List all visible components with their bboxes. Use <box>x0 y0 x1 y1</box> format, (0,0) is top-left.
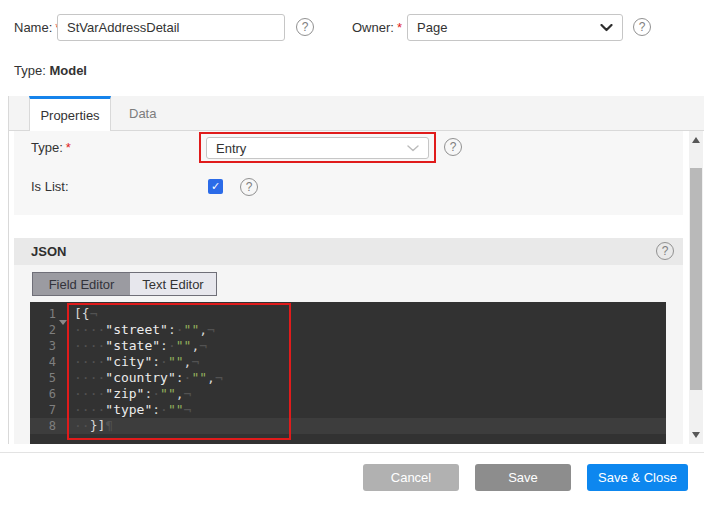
code-text: [{¬ <box>74 306 97 322</box>
name-input[interactable] <box>57 14 285 41</box>
is-list-help-icon[interactable]: ? <box>240 178 258 196</box>
code-line[interactable]: 6····"zip":·"",¬ <box>30 386 666 402</box>
line-number: 5 <box>30 370 56 386</box>
question-glyph: ? <box>246 180 253 194</box>
code-line[interactable]: 3····"state":·"",¬ <box>30 338 666 354</box>
scroll-down-icon[interactable] <box>692 432 700 438</box>
line-number: 7 <box>30 402 56 418</box>
tab-data[interactable]: Data <box>119 96 166 131</box>
type-select-value: Entry <box>216 141 407 156</box>
is-list-label: Is List: <box>31 179 69 194</box>
save-button[interactable]: Save <box>475 464 571 491</box>
properties-tab-panel: Type:* Entry ? Is List: ✓ ? <box>8 131 689 444</box>
owner-select-value: Page <box>417 20 600 35</box>
scrollbar-thumb[interactable] <box>690 168 702 390</box>
text-editor-label: Text Editor <box>142 277 203 292</box>
question-glyph: ? <box>302 20 309 34</box>
json-help-icon[interactable]: ? <box>656 242 674 260</box>
is-list-checkbox[interactable]: ✓ <box>208 179 223 194</box>
code-text: ····"street":·"",¬ <box>74 322 215 338</box>
owner-label: Owner:* <box>352 20 402 35</box>
variable-type-summary: Type: Model <box>14 63 87 78</box>
json-section-title: JSON <box>31 244 66 259</box>
json-section-header: JSON <box>14 238 683 265</box>
text-editor-button[interactable]: Text Editor <box>130 273 216 295</box>
type-field-label-text: Type: <box>31 140 63 155</box>
name-label-text: Name: <box>14 20 52 35</box>
code-text: ····"state":·"",¬ <box>74 338 207 354</box>
code-line[interactable]: 1[{¬ <box>30 306 666 322</box>
line-number: 4 <box>30 354 56 370</box>
variable-editor-dialog: Name:* ? Owner:* Page ? Type: Model Prop… <box>0 0 704 511</box>
type-required-mark: * <box>66 140 71 155</box>
type-settings-panel: Type:* Entry ? Is List: ✓ ? <box>14 131 683 215</box>
vertical-scrollbar[interactable] <box>689 131 703 444</box>
code-line[interactable]: 7····"type":·""¬ <box>30 402 666 418</box>
editor-mode-toggle: Field Editor Text Editor <box>32 272 217 296</box>
is-list-label-text: Is List: <box>31 179 69 194</box>
owner-help-icon[interactable]: ? <box>633 18 651 36</box>
code-text: ····"type":·""¬ <box>74 402 191 418</box>
tab-properties[interactable]: Properties <box>29 96 111 131</box>
code-text: ····"zip":·"",¬ <box>74 386 191 402</box>
scroll-up-icon[interactable] <box>692 137 700 143</box>
save-and-close-button[interactable]: Save & Close <box>587 464 688 491</box>
code-text: ····"country":·"",¬ <box>74 370 223 386</box>
code-text: ··}]¶ <box>74 418 113 434</box>
cancel-button[interactable]: Cancel <box>363 464 459 491</box>
tab-properties-label: Properties <box>40 108 99 123</box>
type-select[interactable]: Entry <box>206 137 429 159</box>
line-number: 2 <box>30 322 56 338</box>
footer-divider <box>0 452 704 453</box>
code-lines: 1[{¬2····"street":·"",¬3····"state":·"",… <box>30 306 666 434</box>
line-number: 6 <box>30 386 56 402</box>
checkmark-icon: ✓ <box>211 180 220 193</box>
code-line[interactable]: 4····"city":·"",¬ <box>30 354 666 370</box>
type-summary-value: Model <box>49 63 87 78</box>
type-summary-label: Type: <box>14 63 46 78</box>
code-line[interactable]: 8··}]¶ <box>30 418 666 434</box>
tab-bar: Properties Data <box>8 96 704 131</box>
field-editor-button[interactable]: Field Editor <box>33 273 130 295</box>
name-label: Name:* <box>14 20 60 35</box>
question-glyph: ? <box>450 140 457 154</box>
owner-label-text: Owner: <box>352 20 394 35</box>
line-number: 3 <box>30 338 56 354</box>
owner-required-mark: * <box>397 20 402 35</box>
type-help-icon[interactable]: ? <box>444 138 462 156</box>
chevron-down-icon <box>407 145 419 152</box>
code-line[interactable]: 5····"country":·"",¬ <box>30 370 666 386</box>
question-glyph: ? <box>639 20 646 34</box>
line-number: 8 <box>30 418 56 434</box>
line-number: 1 <box>30 306 56 322</box>
json-section: JSON ? Field Editor Text Editor 1[{¬2···… <box>14 238 683 444</box>
code-line[interactable]: 2····"street":·"",¬ <box>30 322 666 338</box>
tab-data-label: Data <box>129 106 156 121</box>
chevron-down-icon <box>600 24 613 32</box>
code-text: ····"city":·"",¬ <box>74 354 199 370</box>
owner-select[interactable]: Page <box>407 14 623 41</box>
question-glyph: ? <box>662 244 669 258</box>
field-editor-label: Field Editor <box>49 277 115 292</box>
type-field-label: Type:* <box>31 140 71 155</box>
name-help-icon[interactable]: ? <box>296 18 314 36</box>
json-code-editor[interactable]: 1[{¬2····"street":·"",¬3····"state":·"",… <box>30 302 666 444</box>
